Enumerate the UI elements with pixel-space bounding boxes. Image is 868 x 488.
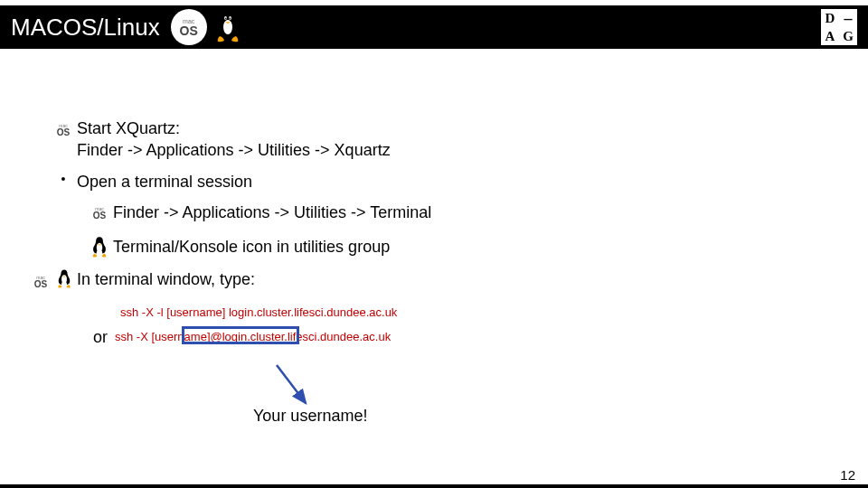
macos-icon: macOS bbox=[86, 202, 113, 227]
terminal-mac-path: Finder -> Applications -> Utilities -> T… bbox=[113, 202, 818, 223]
bullet-dot: • bbox=[50, 171, 77, 188]
logo-letter-a: A bbox=[821, 27, 839, 45]
or-row: or ssh -X [username]@login.cluster.lifes… bbox=[93, 326, 818, 348]
logo-dash: – bbox=[839, 9, 857, 27]
page-number: 12 bbox=[840, 467, 855, 483]
svg-point-1 bbox=[223, 20, 232, 34]
logo-letter-d: D bbox=[821, 9, 839, 27]
terminal-linux-text: Terminal/Konsole icon in utilities group bbox=[113, 236, 818, 258]
terminal-linux-row: Terminal/Konsole icon in utilities group bbox=[86, 236, 818, 259]
terminal-mac-row: macOS Finder -> Applications -> Utilitie… bbox=[86, 202, 818, 227]
macos-icon: macOS bbox=[28, 269, 53, 295]
macos-icon: macOS bbox=[171, 9, 207, 45]
type-instruction: In terminal window, type: bbox=[77, 268, 818, 290]
ssh-command-2-text: ssh -X [username]@login.cluster.lifesci.… bbox=[115, 330, 391, 343]
page-title: MACOS/Linux bbox=[11, 14, 160, 42]
svg-point-4 bbox=[225, 17, 226, 19]
content-body: macOS Start XQuartz: Finder -> Applicati… bbox=[50, 117, 818, 348]
svg-point-7 bbox=[61, 275, 67, 283]
logo-letter-g: G bbox=[839, 27, 857, 45]
linux-tux-icon bbox=[212, 9, 243, 45]
xquartz-title: Start XQuartz: bbox=[77, 119, 180, 137]
ssh-command-1: ssh -X -l [username] login.cluster.lifes… bbox=[120, 305, 818, 321]
footer-bar bbox=[0, 484, 868, 488]
macos-icon: macOS bbox=[50, 117, 77, 143]
username-annotation: Your username! bbox=[253, 407, 367, 426]
svg-line-8 bbox=[277, 365, 306, 403]
mac-linux-combined-icon: macOS bbox=[24, 268, 77, 296]
linux-tux-icon bbox=[55, 268, 73, 296]
or-label: or bbox=[93, 326, 108, 348]
svg-point-5 bbox=[229, 17, 230, 19]
step-type-row: macOS In terminal window, type: bbox=[24, 268, 818, 296]
slide: MACOS/Linux macOS bbox=[0, 0, 868, 488]
dag-logo: D – A G bbox=[821, 9, 857, 45]
open-terminal-text: Open a terminal session bbox=[77, 171, 818, 192]
title-os-icons: macOS bbox=[171, 9, 243, 45]
step-open-terminal: • Open a terminal session bbox=[50, 171, 818, 192]
step-start-xquartz: macOS Start XQuartz: Finder -> Applicati… bbox=[50, 117, 818, 162]
linux-tux-icon bbox=[86, 236, 113, 259]
ssh-command-2: ssh -X [username]@login.cluster.lifesci.… bbox=[115, 329, 391, 345]
title-bar: MACOS/Linux macOS bbox=[0, 5, 868, 49]
xquartz-path: Finder -> Applications -> Utilities -> X… bbox=[77, 141, 391, 159]
svg-point-6 bbox=[97, 243, 102, 252]
